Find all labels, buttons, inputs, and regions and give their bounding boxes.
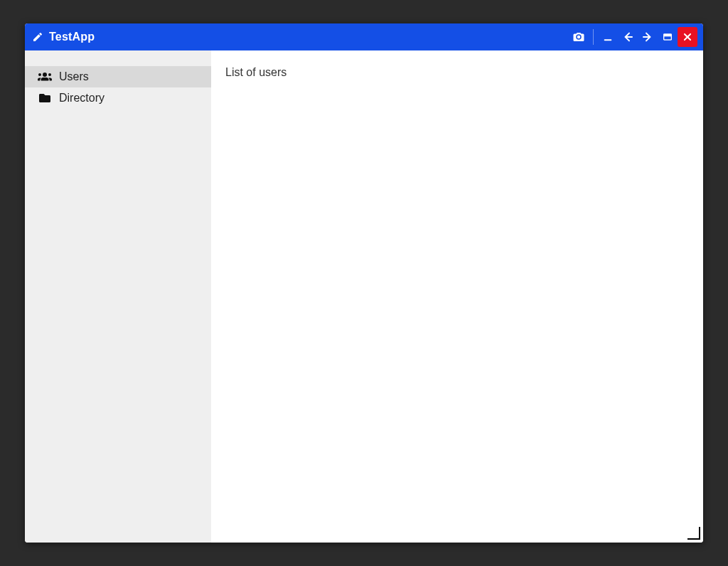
titlebar-right <box>569 27 697 47</box>
sidebar-item-users[interactable]: Users <box>25 66 211 87</box>
window-icon <box>662 31 673 43</box>
titlebar-separator <box>593 29 594 45</box>
page-heading: List of users <box>225 66 689 79</box>
app-title: TestApp <box>49 31 95 43</box>
back-button[interactable] <box>618 27 638 47</box>
svg-rect-0 <box>604 39 612 41</box>
camera-icon <box>572 31 585 43</box>
sidebar-item-label: Users <box>59 70 89 83</box>
app-window: TestApp <box>25 23 703 543</box>
users-icon <box>38 71 52 82</box>
arrow-left-icon <box>622 31 633 43</box>
svg-rect-4 <box>664 36 670 39</box>
minimize-button[interactable] <box>598 27 618 47</box>
window-body: Users Directory List of users <box>25 50 703 543</box>
resize-handle[interactable] <box>687 527 700 540</box>
close-icon <box>682 32 692 42</box>
pencil-icon <box>32 31 43 43</box>
main-content: List of users <box>211 50 703 543</box>
screenshot-button[interactable] <box>569 27 589 47</box>
titlebar: TestApp <box>25 23 703 50</box>
arrow-right-icon <box>642 31 653 43</box>
folder-icon <box>38 92 52 104</box>
sidebar-item-directory[interactable]: Directory <box>25 87 211 109</box>
forward-button[interactable] <box>638 27 658 47</box>
sidebar: Users Directory <box>25 50 211 543</box>
minimize-icon <box>602 31 614 43</box>
close-button[interactable] <box>678 27 697 47</box>
maximize-button[interactable] <box>658 27 678 47</box>
titlebar-left: TestApp <box>32 31 569 43</box>
sidebar-item-label: Directory <box>59 92 105 105</box>
